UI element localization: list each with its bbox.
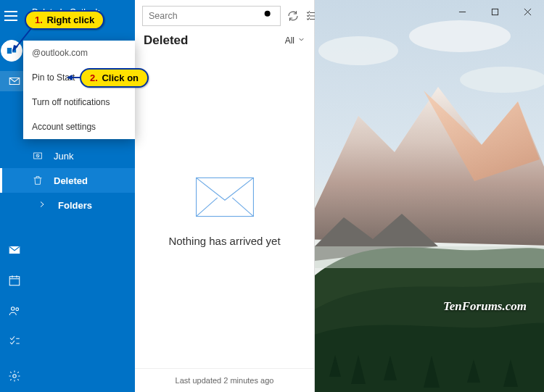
callout-2-text: Click on: [102, 72, 139, 83]
callout-1-num: 1.: [35, 14, 43, 25]
svg-point-6: [16, 308, 19, 311]
svg-point-5: [12, 307, 15, 311]
window-controls: [446, 0, 544, 23]
empty-state: Nothing has arrived yet: [135, 54, 314, 368]
list-toolbar: [135, 0, 314, 32]
list-title: Deleted: [144, 33, 188, 48]
chevron-right-icon: [38, 200, 46, 211]
folder-label: Deleted: [54, 175, 88, 186]
search-box[interactable]: [142, 6, 281, 26]
minimize-button[interactable]: [446, 0, 479, 23]
filter-dropdown[interactable]: All: [285, 36, 305, 46]
context-menu-header: @outlook.com: [23, 41, 135, 65]
svg-point-7: [13, 375, 17, 378]
people-tab-icon[interactable]: [0, 301, 29, 321]
sidebar: Deleted - Outlook Archive Junk Deleted: [0, 0, 135, 392]
junk-icon: [32, 150, 44, 162]
mail-tab-icon[interactable]: [0, 240, 29, 260]
calendar-tab-icon[interactable]: [0, 270, 29, 291]
empty-text: Nothing has arrived yet: [168, 235, 280, 247]
callout-1: 1. Right click: [25, 10, 104, 30]
svg-point-16: [460, 67, 544, 93]
reading-pane: TenForums.com: [315, 0, 544, 392]
settings-icon[interactable]: [0, 366, 29, 386]
close-button[interactable]: [511, 0, 544, 23]
search-icon[interactable]: [263, 9, 274, 23]
search-input[interactable]: [149, 11, 263, 21]
refresh-button[interactable]: [287, 7, 300, 25]
folder-label: Junk: [54, 151, 73, 162]
account-context-menu: @outlook.com Pin to Start Turn off notif…: [23, 41, 135, 139]
desktop-wallpaper: [315, 0, 544, 392]
svg-point-12: [265, 11, 271, 17]
context-menu-account-settings[interactable]: Account settings: [23, 114, 135, 139]
callout-2: 2. Click on: [80, 68, 149, 88]
svg-point-15: [409, 20, 511, 52]
callout-2-num: 2.: [90, 72, 98, 83]
svg-rect-18: [492, 9, 498, 14]
callout-1-pointer: [12, 26, 33, 55]
maximize-button[interactable]: [479, 0, 511, 23]
envelope-icon: [192, 175, 257, 219]
filter-label: All: [285, 36, 294, 46]
svg-rect-17: [315, 246, 544, 268]
hamburger-icon: [4, 11, 17, 21]
message-list-pane: Deleted All Nothing has arrived yet Last…: [135, 0, 315, 392]
svg-rect-4: [9, 277, 20, 285]
trash-icon: [32, 175, 44, 186]
folders-label: Folders: [58, 200, 92, 211]
last-updated: Last updated 2 minutes ago: [135, 368, 314, 392]
callout-1-text: Right click: [46, 14, 94, 25]
svg-marker-20: [67, 75, 73, 80]
list-header: Deleted All: [135, 32, 314, 54]
svg-rect-13: [196, 178, 253, 216]
app-root: Deleted - Outlook Archive Junk Deleted: [0, 0, 544, 392]
todo-tab-icon[interactable]: [0, 331, 29, 351]
context-menu-turn-off-notifications[interactable]: Turn off notifications: [23, 90, 135, 114]
svg-point-14: [318, 36, 398, 65]
chevron-down-icon: [297, 36, 305, 46]
watermark-text: TenForums.com: [443, 299, 527, 314]
